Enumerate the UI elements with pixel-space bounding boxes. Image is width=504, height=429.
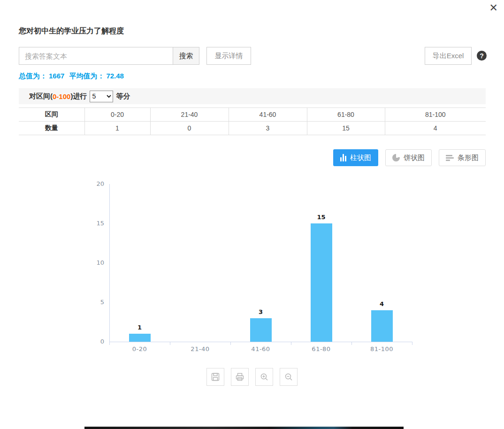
pie-chart-button[interactable]: 饼状图 xyxy=(385,149,432,166)
table-cell: 0-20 xyxy=(84,108,150,122)
table-row-header: 区间 xyxy=(19,108,84,122)
x-axis-tick xyxy=(291,342,291,345)
export-excel-button[interactable]: 导出Excel xyxy=(425,47,472,65)
chart-bar[interactable] xyxy=(250,318,272,342)
bar-value-label: 4 xyxy=(368,300,396,307)
background-page-remnant xyxy=(84,427,404,429)
x-axis-category-label: 41-60 xyxy=(230,345,291,352)
y-axis-tick-label: 15 xyxy=(88,220,104,227)
interval-settings-bar: 对区间(0-100)进行 5 等分 xyxy=(19,88,486,104)
stats-line: 总值为：1667平均值为：72.48 xyxy=(19,72,126,81)
table-cell: 4 xyxy=(385,122,486,135)
bar-chart-icon xyxy=(446,155,454,161)
column-chart-icon xyxy=(340,154,346,161)
zoom-out-icon xyxy=(283,372,294,382)
table-cell: 21-40 xyxy=(150,108,229,122)
chart-x-axis xyxy=(109,342,412,342)
table-cell: 61-80 xyxy=(307,108,385,122)
close-icon[interactable]: ✕ xyxy=(489,3,498,13)
search-input[interactable] xyxy=(19,47,173,65)
bar-chart-label: 条形图 xyxy=(458,153,479,162)
bar-chart-button[interactable]: 条形图 xyxy=(439,149,486,166)
column-chart-button[interactable]: 柱状图 xyxy=(333,149,378,166)
chart-bar[interactable] xyxy=(311,223,332,342)
interval-range: 0-100 xyxy=(53,92,70,100)
table-cell: 41-60 xyxy=(229,108,307,122)
chart-toolbar xyxy=(206,368,298,386)
interval-unit: 等分 xyxy=(116,92,130,101)
y-axis-tick-label: 0 xyxy=(88,338,104,345)
y-axis-tick-label: 20 xyxy=(88,180,104,187)
table-cell: 3 xyxy=(229,122,307,135)
save-icon xyxy=(210,372,221,382)
x-axis-category-label: 61-80 xyxy=(291,345,351,352)
average-label: 平均值为： xyxy=(69,72,104,80)
search-button[interactable]: 搜索 xyxy=(173,47,199,65)
interval-suffix: )进行 xyxy=(70,92,87,101)
bar-value-label: 1 xyxy=(126,324,154,331)
interval-table: 区间 0-20 21-40 41-60 61-80 81-100 数量 1 0 … xyxy=(19,107,486,135)
total-label: 总值为： xyxy=(19,72,47,80)
show-detail-button[interactable]: 显示详情 xyxy=(206,47,251,65)
chart-type-switcher: 柱状图 饼状图 条形图 xyxy=(333,149,486,166)
zoom-out-button[interactable] xyxy=(280,368,298,386)
zoom-in-icon xyxy=(259,372,269,382)
zoom-in-button[interactable] xyxy=(255,368,273,386)
bar-value-label: 15 xyxy=(307,214,336,221)
x-axis-tick xyxy=(170,342,170,345)
interval-prefix: 对区间( xyxy=(29,92,53,101)
table-cell: 15 xyxy=(307,122,385,135)
table-cell: 0 xyxy=(150,122,229,135)
column-chart: 051015200-20121-4041-60361-801581-1004 xyxy=(0,178,504,361)
help-icon[interactable]: ? xyxy=(477,51,487,61)
question-stats-modal: ✕ 您对初中生的学业压力了解程度 搜索 显示详情 导出Excel ? 总值为：1… xyxy=(0,0,504,429)
table-row: 区间 0-20 21-40 41-60 61-80 81-100 xyxy=(19,108,486,122)
table-cell: 81-100 xyxy=(385,108,486,122)
save-image-button[interactable] xyxy=(206,368,224,386)
x-axis-category-label: 81-100 xyxy=(351,345,412,352)
print-icon xyxy=(235,372,245,382)
bar-value-label: 3 xyxy=(247,308,275,315)
question-title: 您对初中生的学业压力了解程度 xyxy=(19,26,124,36)
table-cell: 1 xyxy=(84,122,150,135)
x-axis-tick xyxy=(412,342,412,345)
table-row-header: 数量 xyxy=(19,122,84,135)
column-chart-label: 柱状图 xyxy=(350,153,371,162)
y-axis-tick-label: 5 xyxy=(88,299,104,306)
y-axis-tick-label: 10 xyxy=(88,259,104,266)
chart-bar[interactable] xyxy=(129,334,151,342)
interval-count-select[interactable]: 5 xyxy=(90,91,113,102)
table-row: 数量 1 0 3 15 4 xyxy=(19,122,486,135)
x-axis-tick xyxy=(351,342,352,345)
chart-bar[interactable] xyxy=(371,310,393,342)
pie-chart-label: 饼状图 xyxy=(404,153,425,162)
print-button[interactable] xyxy=(231,368,249,386)
x-axis-category-label: 21-40 xyxy=(170,345,230,352)
x-axis-category-label: 0-20 xyxy=(109,345,170,352)
average-value: 72.48 xyxy=(106,72,124,80)
pie-chart-icon xyxy=(392,154,400,161)
chart-y-axis xyxy=(109,184,110,345)
total-value: 1667 xyxy=(49,72,64,80)
x-axis-tick xyxy=(230,342,231,345)
